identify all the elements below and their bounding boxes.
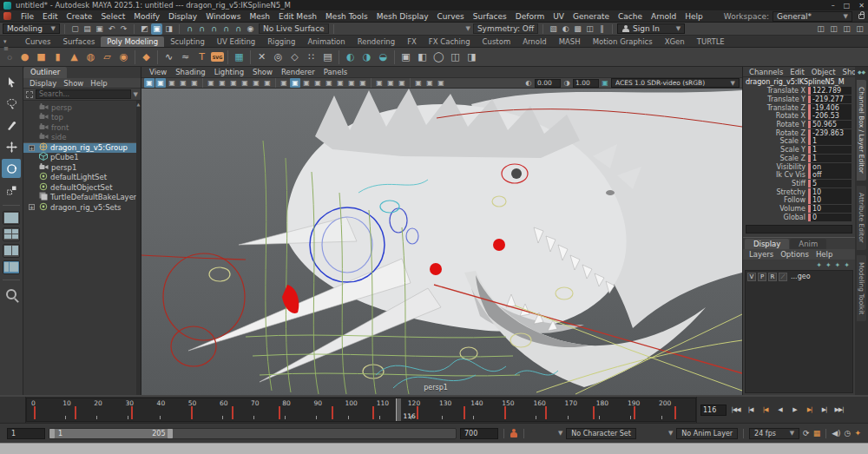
layer-move-down-icon[interactable]: ✦ (825, 261, 832, 269)
curve-warp-icon[interactable]: ≈ (178, 49, 193, 64)
layer-editor-tab-anim[interactable]: Anim (790, 239, 826, 249)
target-weld-icon[interactable]: ◎ (271, 49, 286, 64)
step-forward-frame-button[interactable]: ▶| (817, 404, 832, 417)
time-ruler[interactable]: 116 010203040506070809010011012013014015… (26, 398, 696, 422)
keyframe-tick[interactable] (545, 406, 547, 419)
smooth-icon[interactable]: ◯ (431, 49, 446, 64)
menu-windows[interactable]: Windows (201, 12, 245, 21)
close-button[interactable]: ✕ (858, 2, 865, 10)
viewport-menu-panels[interactable]: Panels (320, 68, 351, 76)
live-surface-field[interactable]: No Live Surface (259, 23, 329, 34)
keyframe-tick[interactable] (372, 406, 374, 419)
type-tool-icon[interactable]: T (194, 49, 209, 64)
channel-row-follow[interactable]: Follow10 (743, 196, 855, 205)
outliner-tab[interactable]: Outliner (23, 67, 67, 78)
shelf-options-icon[interactable]: ○ (3, 55, 16, 60)
shelf-menu-icon[interactable]: ▾≡ (3, 38, 10, 52)
outliner-item-dragon-rig-v5-group[interactable]: +dragon_rig_v5:Group (23, 142, 141, 153)
channel-row-rotate-x[interactable]: Rotate X-206.53 (743, 112, 855, 121)
channel-row-stiff[interactable]: Stiff5 (743, 180, 855, 188)
shelf-tab-sculpting[interactable]: Sculpting (164, 36, 211, 47)
menu-file[interactable]: File (16, 12, 38, 21)
boolean-union-icon[interactable]: ◐ (343, 49, 358, 64)
lasso-tool-icon[interactable] (2, 94, 21, 113)
step-back-frame-button[interactable]: |◀ (743, 404, 758, 417)
gamma-field[interactable] (573, 79, 599, 88)
animation-start-field[interactable] (7, 428, 45, 439)
open-scene-icon[interactable]: ▤ (82, 23, 93, 35)
go-to-start-button[interactable]: |◀◀ (728, 404, 743, 417)
lighting-icon[interactable]: ▣ (324, 78, 334, 88)
menu-select[interactable]: Select (96, 12, 129, 21)
menu-mesh[interactable]: Mesh (245, 12, 274, 21)
range-slider[interactable]: 1 205 (49, 428, 457, 439)
plugin-shapes-icon[interactable]: ▣ (397, 78, 407, 88)
layer-toggle-p[interactable]: P (758, 273, 766, 281)
menu-generate[interactable]: Generate (569, 12, 614, 21)
two-pane-layout-icon[interactable] (3, 244, 20, 258)
layer-empty-icon[interactable]: ✦ (835, 261, 841, 269)
make-live-icon[interactable]: ◉ (245, 23, 256, 35)
scale-tool-icon[interactable] (2, 181, 21, 200)
expand-icon[interactable]: + (29, 145, 35, 151)
2d-pan-zoom-icon[interactable]: ▣ (413, 78, 424, 88)
exposure-field[interactable] (535, 79, 561, 88)
ambient-occlusion-icon[interactable]: ▣ (346, 78, 357, 88)
menu-uv[interactable]: UV (549, 12, 569, 21)
keyframe-tick[interactable] (279, 406, 280, 419)
channel-row-visibility[interactable]: Visibilityon (743, 162, 855, 171)
step-forward-key-button[interactable]: ▶| (802, 404, 817, 417)
menu-display[interactable]: Display (164, 12, 201, 21)
ipr-render-icon[interactable]: ◐ (560, 23, 571, 35)
shadows-icon[interactable]: ▣ (335, 78, 345, 88)
outliner-item-defaultobjectset[interactable]: defaultObjectSet (23, 182, 141, 193)
keyframe-tick[interactable] (191, 406, 193, 419)
single-pane-layout-icon[interactable] (3, 211, 20, 225)
outliner-filter-icon[interactable] (26, 91, 33, 98)
channel-value[interactable]: on (808, 163, 852, 171)
separate-icon[interactable]: ◨ (464, 49, 479, 64)
outliner-item-turtledefaultbakelayer[interactable]: TurtleDefaultBakeLayer (23, 193, 141, 203)
color-management-icon[interactable]: ▣ (600, 78, 610, 88)
viewport-menu-lighting[interactable]: Lighting (211, 68, 247, 76)
layer-editor-menu-layers[interactable]: Layers (746, 250, 776, 259)
channel-row-scale-x[interactable]: Scale X1 (743, 137, 855, 146)
menu-mesh-display[interactable]: Mesh Display (372, 12, 433, 21)
shelf-tab-rendering[interactable]: Rendering (352, 36, 401, 47)
shelf-tab-curves[interactable]: Curves (19, 36, 57, 47)
play-forwards-button[interactable]: ▶ (787, 404, 802, 417)
channel-row-global[interactable]: Global0 (743, 213, 855, 221)
undo-icon[interactable]: ↶ (106, 23, 117, 35)
go-to-end-button[interactable]: ▶▶| (832, 404, 846, 417)
channel-box-menu-channels[interactable]: Channels (746, 68, 786, 76)
channel-row-translate-z[interactable]: Translate Z-19.406 (743, 103, 855, 112)
shelf-tab-uv-editing[interactable]: UV Editing (211, 36, 261, 47)
character-set-icon[interactable] (510, 429, 518, 438)
maximize-button[interactable]: □ (844, 2, 851, 10)
extrude-icon[interactable]: ▤ (320, 49, 335, 64)
toggle-tool-settings-icon[interactable]: ◫ (841, 23, 852, 35)
safe-title-icon[interactable]: ▣ (262, 78, 273, 88)
symmetry-field[interactable]: Symmetry: Off (473, 23, 538, 34)
poly-cylinder-icon[interactable]: ▮ (50, 49, 65, 64)
keyframe-tick[interactable] (34, 406, 36, 419)
shelf-tab-surfaces[interactable]: Surfaces (57, 36, 102, 47)
menu-arnold[interactable]: Arnold (647, 12, 681, 21)
viewport-menu-shading[interactable]: Shading (172, 68, 209, 76)
channel-value[interactable]: 10 (808, 196, 852, 204)
menu-surfaces[interactable]: Surfaces (469, 12, 511, 21)
paint-selection-tool-icon[interactable] (2, 115, 21, 135)
image-plane-icon[interactable]: ▣ (189, 78, 200, 88)
channel-row-translate-x[interactable]: Translate X122.789 (743, 87, 855, 95)
anim-layer-dropdown[interactable]: No Anim Layer (676, 428, 738, 439)
channel-value[interactable]: off (808, 171, 852, 179)
selected-camera-icon[interactable]: ▣ (144, 78, 155, 88)
select-by-hierarchy-icon[interactable]: ◩ (139, 23, 150, 35)
redo-icon[interactable]: ↷ (118, 23, 129, 35)
layer-color-swatch[interactable]: ⟋ (779, 273, 787, 281)
outliner-scrollbar[interactable] (136, 101, 141, 395)
channel-box-edit-field[interactable] (746, 225, 852, 234)
viewport-menu-view[interactable]: View (146, 68, 170, 76)
safe-action-icon[interactable]: ▣ (251, 78, 261, 88)
channel-row-scale-y[interactable]: Scale Y1 (743, 146, 855, 155)
